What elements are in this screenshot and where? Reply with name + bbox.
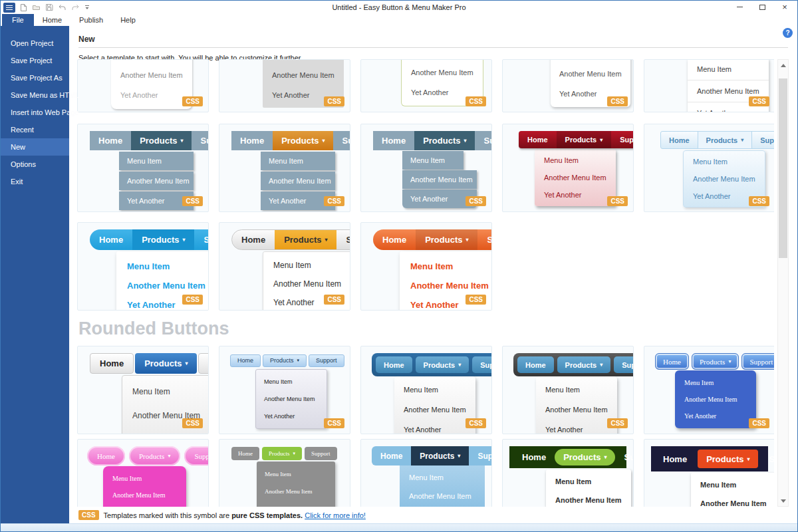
redo-icon[interactable] xyxy=(71,4,80,11)
more-info-link[interactable]: Click for more info! xyxy=(305,511,366,519)
preview-menu-item: Menu Item xyxy=(691,475,774,494)
sidebar-item-options[interactable]: Options xyxy=(1,156,69,173)
save-icon[interactable] xyxy=(45,3,53,11)
vertical-scrollbar[interactable] xyxy=(777,59,789,507)
sidebar-item-save-menu-as-html[interactable]: Save Menu as HTML xyxy=(1,86,69,104)
template-card[interactable]: Menu Item Another Menu Item Yet Another … xyxy=(644,59,774,112)
close-button[interactable]: × xyxy=(773,1,796,13)
caret-down-icon: ▾ xyxy=(185,360,188,366)
preview-menu-item: Menu Item xyxy=(263,256,350,275)
footer-bar: CSS Templates marked with this symbol ar… xyxy=(69,507,797,523)
preview-support: Support xyxy=(192,131,209,150)
template-card[interactable]: Home Products▾ Support Menu Item Another… xyxy=(77,346,209,434)
css-badge: CSS xyxy=(182,418,203,428)
template-card[interactable]: Menu Item Another Menu Item Yet Another … xyxy=(77,59,209,112)
caret-down-icon: ▾ xyxy=(180,138,183,144)
preview-products: Products▾ xyxy=(411,446,469,466)
preview-dropdown: Menu Item Another Menu Item Yet Another xyxy=(394,376,475,434)
divider xyxy=(78,47,788,48)
template-card[interactable]: Home Products▾ Support Menu Item Another… xyxy=(360,222,492,311)
sidebar-item-insert-into-web-page[interactable]: Insert into Web Page xyxy=(1,104,69,121)
preview-support: Support xyxy=(198,353,209,374)
new-file-icon[interactable] xyxy=(20,3,27,12)
template-card[interactable]: Menu Item Another Menu Item Yet Another … xyxy=(502,59,634,112)
template-card[interactable]: Home Products▾ Support Menu Item Another… xyxy=(502,124,634,212)
preview-menu-item: Menu Item xyxy=(256,373,327,390)
sidebar-item-recent[interactable]: Recent xyxy=(1,121,69,138)
preview-menu-item: Another Menu Item xyxy=(119,172,194,190)
template-card[interactable]: Menu Item Another Menu Item Yet Another … xyxy=(219,59,350,112)
css-badge: CSS xyxy=(324,418,344,428)
tab-home[interactable]: Home xyxy=(34,14,70,26)
tab-help[interactable]: Help xyxy=(112,14,144,26)
maximize-button[interactable] xyxy=(751,1,773,13)
template-card[interactable]: Home Products▾ Support Menu Item Another… xyxy=(502,439,634,507)
preview-support: Support xyxy=(469,446,492,466)
template-card[interactable]: Home Products▾ Support Menu Item Another… xyxy=(360,346,492,434)
tab-publish[interactable]: Publish xyxy=(70,14,112,26)
preview-dropdown: Menu Item Another Menu Item Yet Another xyxy=(691,473,774,507)
preview-products: Products▾ xyxy=(692,353,739,370)
preview-dropdown: Menu Item Another Menu Item Yet Another xyxy=(103,466,186,507)
preview-home: Home xyxy=(661,132,698,148)
scrollbar-thumb[interactable] xyxy=(779,78,787,258)
preview-menu-item: Menu Item xyxy=(261,152,335,170)
preview-menu-item: Menu Item xyxy=(111,59,192,65)
template-card[interactable]: Home Products▾ Support Menu Item Another… xyxy=(360,439,492,507)
caret-down-icon: ▾ xyxy=(747,456,749,462)
template-card[interactable]: Home Products▾ Support Menu Item Another… xyxy=(360,124,492,212)
preview-dropdown: Menu Item Another Menu Item Yet Another xyxy=(111,59,192,109)
preview-menubar: Home Products▾ Support xyxy=(651,446,768,471)
preview-products: Products▾ xyxy=(263,354,307,367)
preview-menu-item: Yet Another xyxy=(256,408,327,425)
scroll-down-arrow-icon[interactable] xyxy=(778,495,788,506)
sidebar-item-save-project[interactable]: Save Project xyxy=(1,52,69,69)
template-card[interactable]: Home Products▾ Support Menu Item Another… xyxy=(77,222,209,311)
app-menu-icon[interactable] xyxy=(3,3,15,13)
sidebar-item-exit[interactable]: Exit xyxy=(1,173,69,190)
caret-down-icon: ▾ xyxy=(728,358,731,364)
template-card[interactable]: Home Products▾ Support Menu Item Another… xyxy=(219,439,350,507)
preview-menu-item: Menu Item xyxy=(116,257,209,276)
preview-menu-item: Menu Item xyxy=(263,59,344,65)
sidebar-item-new[interactable]: New xyxy=(1,138,69,156)
template-card[interactable]: Home Products▾ Support Menu Item Another… xyxy=(502,346,634,434)
preview-menu-item: Another Menu Item xyxy=(536,400,617,420)
open-folder-icon[interactable] xyxy=(32,4,41,11)
css-badge: CSS xyxy=(749,418,769,428)
minimize-button[interactable] xyxy=(728,1,751,13)
preview-menu-item: Yet Another xyxy=(394,420,475,434)
preview-support: Support xyxy=(184,446,209,466)
preview-home: Home xyxy=(513,446,555,468)
template-card[interactable]: Home Products▾ Support Menu Item Another… xyxy=(644,346,774,434)
preview-dropdown: Menu Item Another Menu Item Yet Another xyxy=(536,376,617,434)
undo-icon[interactable] xyxy=(58,4,66,11)
template-card[interactable]: Home Products▾ Support Menu Item Another… xyxy=(219,124,350,212)
template-card[interactable]: Menu Item Another Menu Item Yet Another … xyxy=(360,59,492,112)
preview-dropdown: Menu Item Another Menu Item Yet Another xyxy=(675,370,756,428)
preview-menubar: Home Products▾ Support xyxy=(90,353,209,374)
preview-menubar: Home Products▾ Support xyxy=(87,446,209,466)
scroll-up-arrow-icon[interactable] xyxy=(778,60,788,70)
quick-access-toolbar xyxy=(1,3,90,13)
sidebar-item-save-project-as[interactable]: Save Project As xyxy=(1,69,69,86)
preview-products: Products▾ xyxy=(132,229,194,250)
preview-home: Home xyxy=(373,229,416,250)
preview-menu-item: Menu Item xyxy=(675,374,756,391)
template-card[interactable]: Home Products▾ Support Menu Item Another… xyxy=(219,346,350,434)
ribbon-tabs: File Home Publish Help xyxy=(1,14,797,26)
preview-home: Home xyxy=(517,356,554,373)
help-icon[interactable]: ? xyxy=(783,28,793,38)
template-card[interactable]: Home Products▾ Support Menu Item Another… xyxy=(644,124,774,212)
preview-menu-item: Menu Item xyxy=(394,380,475,400)
template-card[interactable]: Home Products▾ Support Menu Item Another… xyxy=(77,124,209,212)
preview-products: Products▾ xyxy=(416,229,477,250)
template-card[interactable]: Home Products▾ Support Menu Item Another… xyxy=(77,439,209,507)
template-card[interactable]: Home Products▾ Support Menu Item Another… xyxy=(644,439,774,507)
preview-support: Support xyxy=(611,131,634,148)
template-card[interactable]: Home Products▾ Support Menu Item Another… xyxy=(219,222,350,311)
sidebar-item-open-project[interactable]: Open Project xyxy=(1,35,69,52)
tab-file[interactable]: File xyxy=(2,14,34,26)
customize-toolbar-icon[interactable] xyxy=(84,5,90,11)
preview-menubar: Home Products▾ Support xyxy=(655,353,774,370)
